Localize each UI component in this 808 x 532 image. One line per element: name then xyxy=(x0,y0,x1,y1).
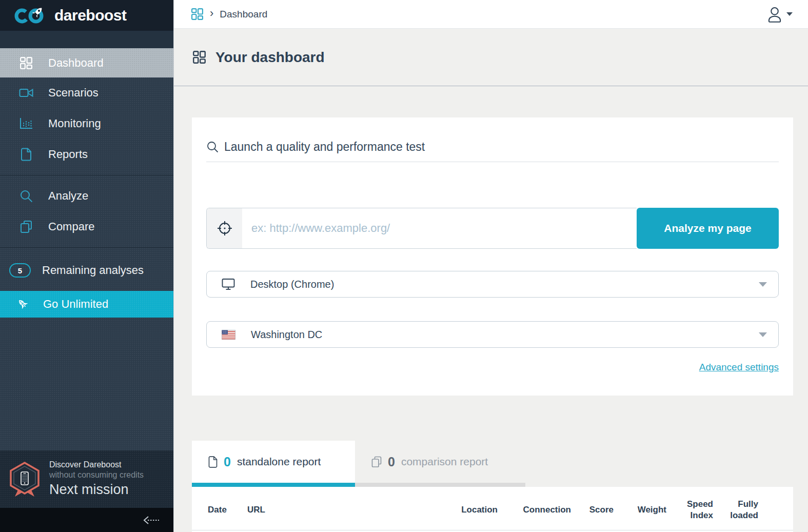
sidebar-item-label: Compare xyxy=(48,220,94,233)
tab-label: standalone report xyxy=(237,456,321,468)
tab-label: comparison report xyxy=(401,456,488,468)
sidebar-item-label: Remaining analyses xyxy=(42,264,144,277)
copy-pages-icon xyxy=(371,456,382,468)
device-select[interactable]: Desktop (Chrome) xyxy=(206,271,779,298)
sidebar-item-compare[interactable]: Compare xyxy=(0,211,173,242)
remaining-count-badge: 5 xyxy=(9,263,31,278)
bar-chart-icon xyxy=(18,117,34,130)
tab-comparison-report[interactable]: 0 comparison report xyxy=(355,441,525,487)
nav-spacer xyxy=(0,31,173,48)
card-title: Launch a quality and performance test xyxy=(224,140,425,154)
device-select-value: Desktop (Chrome) xyxy=(250,279,743,290)
report-tabs: 0 standalone report 0 xyxy=(192,441,793,487)
breadcrumb-current[interactable]: Dashboard xyxy=(220,9,267,20)
inactive-tab-underline xyxy=(355,483,525,487)
document-icon xyxy=(208,456,218,468)
sidebar-nav: Dashboard Scenarios xyxy=(0,48,173,318)
sidebar-divider xyxy=(0,247,173,248)
advanced-settings-row: Advanced settings xyxy=(206,362,779,375)
next-mission-panel[interactable]: Discover Dareboost without consuming cre… xyxy=(0,450,173,508)
breadcrumb-dashboard-icon[interactable] xyxy=(191,8,204,21)
column-header-speed-index: Speed Index xyxy=(666,499,713,521)
copy-pages-icon xyxy=(18,220,34,233)
column-header-date: Date xyxy=(208,504,247,516)
sidebar-item-analyze[interactable]: Analyze xyxy=(0,181,173,211)
mission-line2: without consuming credits xyxy=(49,470,144,480)
search-icon xyxy=(18,190,34,203)
tab-count: 0 xyxy=(388,455,395,469)
sidebar-item-monitoring[interactable]: Monitoring xyxy=(0,108,173,139)
column-header-connection: Connection xyxy=(498,504,571,516)
card-title-row: Launch a quality and performance test xyxy=(206,117,779,162)
brand-logo[interactable]: dareboost xyxy=(0,0,173,31)
sidebar-item-label: Go Unlimited xyxy=(43,298,108,311)
mission-text: Discover Dareboost without consuming cre… xyxy=(49,460,144,499)
sidebar-item-go-unlimited[interactable]: Go Unlimited xyxy=(0,291,173,318)
launch-test-card: Launch a quality and performance test xyxy=(192,117,793,396)
sidebar-item-reports[interactable]: Reports xyxy=(0,139,173,170)
us-flag-icon xyxy=(222,330,235,340)
url-row: Analyze my page xyxy=(206,208,779,249)
breadcrumb: › Dashboard xyxy=(191,8,267,21)
location-select-value: Washington DC xyxy=(251,329,743,341)
sidebar-item-label: Reports xyxy=(48,148,88,161)
sidebar-item-label: Dashboard xyxy=(48,56,104,70)
url-input[interactable] xyxy=(242,208,637,248)
rocket-logo-icon xyxy=(14,5,48,26)
column-header-fully-loaded: Fully loaded xyxy=(713,499,758,521)
caret-down-icon xyxy=(759,332,767,337)
reports-table: Date URL Location Connection Score Weigh… xyxy=(192,487,793,532)
column-header-score: Score xyxy=(571,504,614,516)
crosshair-target-icon xyxy=(207,208,242,248)
sidebar-item-label: Scenarios xyxy=(48,86,98,100)
caret-down-icon xyxy=(786,12,793,16)
advanced-settings-link[interactable]: Advanced settings xyxy=(699,362,779,375)
brand-name: dareboost xyxy=(54,7,127,24)
topbar: › Dashboard xyxy=(174,0,808,29)
active-tab-underline xyxy=(192,483,355,487)
reports-table-header: Date URL Location Connection Score Weigh… xyxy=(192,487,793,530)
page-title: Your dashboard xyxy=(215,49,325,66)
sidebar-collapse-bar[interactable] xyxy=(0,508,173,532)
rocket-icon xyxy=(15,298,31,311)
analyze-my-page-button[interactable]: Analyze my page xyxy=(637,208,779,249)
video-camera-icon xyxy=(18,87,34,98)
mission-line1: Discover Dareboost xyxy=(49,460,144,470)
sidebar-item-label: Analyze xyxy=(48,189,88,203)
column-header-location: Location xyxy=(436,504,498,516)
sidebar-item-remaining-analyses[interactable]: 5 Remaining analyses xyxy=(0,253,173,288)
sidebar-item-label: Monitoring xyxy=(48,117,101,130)
url-input-group xyxy=(206,208,637,249)
sidebar-item-scenarios[interactable]: Scenarios xyxy=(0,77,173,108)
user-icon xyxy=(767,6,782,23)
magnifier-icon xyxy=(206,141,219,153)
tab-standalone-report[interactable]: 0 standalone report xyxy=(192,441,355,487)
mission-line3: Next mission xyxy=(49,481,144,499)
main-area: › Dashboard xyxy=(173,0,808,532)
caret-down-icon xyxy=(759,282,767,287)
user-menu[interactable] xyxy=(767,6,793,23)
page-header: Your dashboard xyxy=(174,29,808,86)
mission-medal-icon xyxy=(8,461,41,497)
chevron-right-icon: › xyxy=(210,8,213,21)
tab-count: 0 xyxy=(224,455,231,469)
column-header-weight: Weight xyxy=(614,504,666,516)
document-icon xyxy=(18,148,34,161)
app-window: dareboost Dashboard xyxy=(0,0,808,532)
content: Launch a quality and performance test xyxy=(174,86,808,532)
sidebar-divider xyxy=(0,175,173,175)
sidebar-filler xyxy=(0,318,173,450)
page-title-dashboard-icon xyxy=(192,50,206,64)
sidebar: dareboost Dashboard xyxy=(0,0,173,532)
collapse-arrow-icon[interactable] xyxy=(143,516,160,525)
location-select[interactable]: Washington DC xyxy=(206,321,779,348)
sidebar-item-dashboard[interactable]: Dashboard xyxy=(0,48,173,77)
dashboard-grid-icon xyxy=(18,56,34,70)
column-header-url: URL xyxy=(247,504,436,516)
monitor-icon xyxy=(222,278,235,290)
